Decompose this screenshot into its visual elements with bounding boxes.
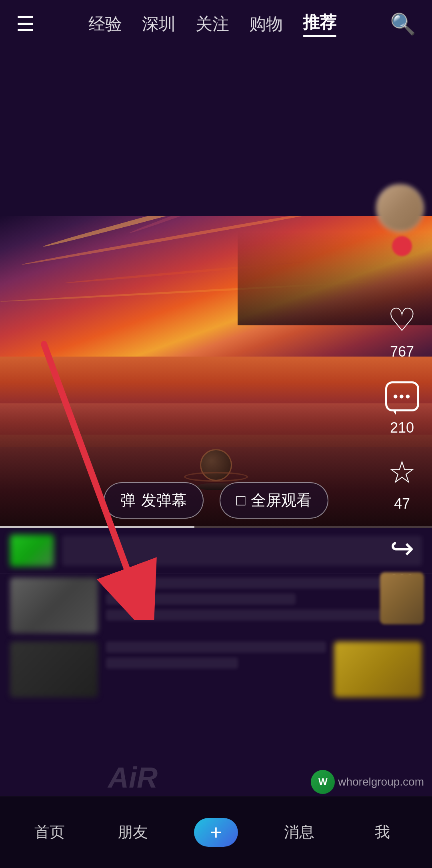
avatar-heart-indicator xyxy=(392,236,412,256)
fullscreen-label: 全屏观看 xyxy=(251,490,312,511)
heart-icon-wrap: ♡ xyxy=(382,300,422,340)
nav-messages-label: 消息 xyxy=(284,822,314,842)
nav-friends[interactable]: 朋友 xyxy=(105,822,161,842)
text-line-2 xyxy=(106,593,296,605)
comment-icon-wrap xyxy=(382,376,422,416)
video-avatar[interactable] xyxy=(376,184,424,232)
text-line-4 xyxy=(106,641,326,653)
barrage-icon: 弹 xyxy=(120,490,136,511)
watermark: W whorelgroup.com xyxy=(311,770,424,794)
content-list xyxy=(0,528,432,736)
nav-create[interactable]: + xyxy=(188,818,244,847)
video-top-dark xyxy=(0,48,432,216)
text-line-3 xyxy=(106,609,422,621)
comment-button[interactable]: 210 xyxy=(382,376,422,436)
like-button[interactable]: ♡ 767 xyxy=(382,300,422,360)
list-col-text-2 xyxy=(106,641,326,698)
top-navigation: ☰ 经验 深圳 关注 购物 推荐 🔍 xyxy=(0,0,432,48)
video-thumbnail[interactable] xyxy=(380,572,424,624)
comment-count: 210 xyxy=(390,419,414,436)
nav-item-recommend[interactable]: 推荐 xyxy=(303,11,336,37)
list-col-text xyxy=(106,577,422,633)
list-item-2col[interactable] xyxy=(0,573,432,637)
video-section[interactable] xyxy=(0,48,432,528)
search-icon[interactable]: 🔍 xyxy=(390,12,416,36)
create-button[interactable]: + xyxy=(194,818,238,847)
comment-bubble-icon xyxy=(385,381,419,411)
text-line-1 xyxy=(106,577,422,589)
list-thumb-3 xyxy=(10,641,98,698)
nav-messages[interactable]: 消息 xyxy=(271,822,327,842)
nav-item-shenzhen[interactable]: 深圳 xyxy=(142,13,176,35)
fullscreen-button[interactable]: □ 全屏观看 xyxy=(220,482,329,519)
list-thumb-2 xyxy=(10,577,98,633)
create-icon: + xyxy=(210,820,222,844)
heart-icon: ♡ xyxy=(388,304,416,336)
bottom-navigation: 首页 朋友 + 消息 我 xyxy=(0,796,432,868)
nav-home[interactable]: 首页 xyxy=(22,822,78,842)
list-text-1 xyxy=(62,536,422,566)
list-thumb-1 xyxy=(10,535,54,567)
barrage-button[interactable]: 弹 发弹幕 xyxy=(104,482,204,519)
nav-profile-label: 我 xyxy=(375,822,390,842)
fullscreen-icon: □ xyxy=(236,492,246,509)
list-item[interactable] xyxy=(0,528,432,573)
air-text: AiR xyxy=(108,761,158,794)
nav-items: 经验 深圳 关注 购物 推荐 xyxy=(88,11,336,37)
nav-item-experience[interactable]: 经验 xyxy=(88,13,122,35)
list-thumb-4 xyxy=(334,641,422,698)
video-controls: 弹 发弹幕 □ 全屏观看 xyxy=(0,476,432,524)
nav-item-follow[interactable]: 关注 xyxy=(196,13,229,35)
nav-item-shopping[interactable]: 购物 xyxy=(249,13,283,35)
share-icon-wrap: ↪ xyxy=(382,528,422,568)
like-count: 767 xyxy=(390,343,414,360)
nav-profile[interactable]: 我 xyxy=(354,822,410,842)
share-icon: ↪ xyxy=(390,534,414,563)
watermark-text: whorelgroup.com xyxy=(338,776,424,788)
nav-home-label: 首页 xyxy=(34,822,65,842)
bubble-outline xyxy=(385,381,419,411)
list-item-2col-2[interactable] xyxy=(0,637,432,702)
text-line-5 xyxy=(106,658,238,669)
nav-friends-label: 朋友 xyxy=(118,822,148,842)
watermark-logo: W xyxy=(311,770,335,794)
menu-icon[interactable]: ☰ xyxy=(16,12,35,36)
barrage-label: 发弹幕 xyxy=(141,490,187,511)
action-bar: ♡ 767 210 ☆ 47 ↪ 300 xyxy=(382,300,422,588)
bubble-tail xyxy=(392,409,396,415)
